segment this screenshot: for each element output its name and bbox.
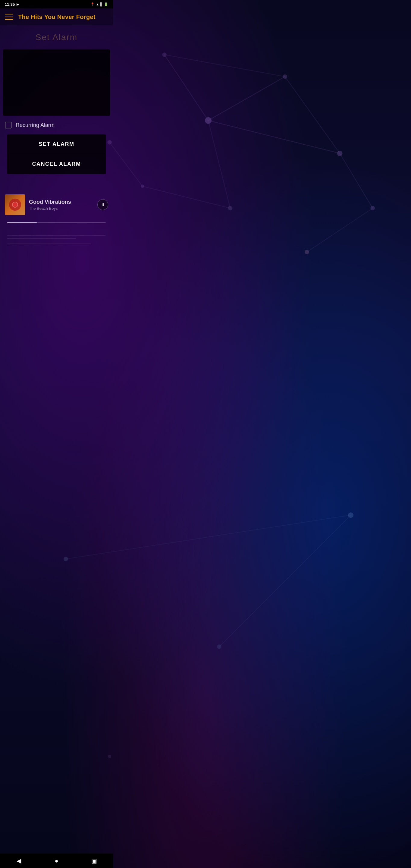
wifi-icon: ▲ xyxy=(96,2,99,6)
main-content: Set Alarm Recurring Alarm SET ALARM CANC… xyxy=(0,25,113,251)
now-playing-section: Good Vibrations The Beach Boys ⏸ xyxy=(0,192,113,251)
recurring-alarm-row: Recurring Alarm xyxy=(0,116,113,134)
track-info: Good Vibrations The Beach Boys xyxy=(29,199,94,211)
time-picker-inner[interactable] xyxy=(3,50,110,116)
top-navigation: The Hits You Never Forget xyxy=(0,8,113,25)
content-line-2 xyxy=(7,238,76,239)
status-bar: 11:35 ▶ 📍 ▲ ▌ 🔋 xyxy=(0,0,113,8)
album-logo xyxy=(9,198,21,211)
track-artist: The Beach Boys xyxy=(29,206,94,211)
progress-area xyxy=(2,220,110,225)
play-pause-button[interactable]: ⏸ xyxy=(97,199,108,210)
signal-icon: ▌ xyxy=(100,2,103,6)
progress-bar-background[interactable] xyxy=(7,222,106,223)
hamburger-menu-icon[interactable] xyxy=(5,14,13,20)
status-left: 11:35 ▶ xyxy=(5,2,19,7)
set-alarm-watermark: Set Alarm xyxy=(36,33,77,42)
battery-icon: 🔋 xyxy=(104,2,108,6)
cancel-alarm-button[interactable]: CANCEL ALARM xyxy=(7,154,106,174)
set-alarm-button[interactable]: SET ALARM xyxy=(7,134,106,154)
now-playing-card: Good Vibrations The Beach Boys ⏸ xyxy=(2,192,110,217)
set-alarm-header-area: Set Alarm xyxy=(0,25,113,50)
content-line-3 xyxy=(7,244,91,244)
location-icon: 📍 xyxy=(90,2,95,6)
status-right: 📍 ▲ ▌ 🔋 xyxy=(90,2,108,6)
recurring-alarm-label: Recurring Alarm xyxy=(16,122,55,128)
play-status-icon: ▶ xyxy=(17,2,19,6)
alarm-buttons-container: SET ALARM CANCEL ALARM xyxy=(0,134,113,174)
more-content xyxy=(2,230,110,251)
progress-bar-fill xyxy=(7,222,37,223)
app-title: The Hits You Never Forget xyxy=(18,13,96,21)
content-line-1 xyxy=(7,235,106,236)
album-art xyxy=(5,194,25,215)
pause-icon: ⏸ xyxy=(101,202,105,207)
track-title: Good Vibrations xyxy=(29,199,94,205)
time-picker-container[interactable] xyxy=(3,50,110,116)
recurring-alarm-checkbox[interactable] xyxy=(5,122,11,128)
status-time: 11:35 xyxy=(5,2,15,7)
